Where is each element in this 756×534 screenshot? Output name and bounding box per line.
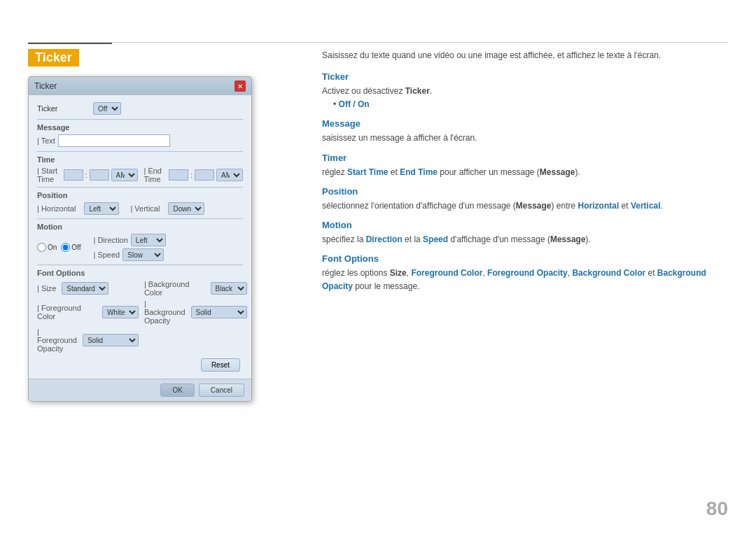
right-panel: Saisissez du texte quand une vidéo ou un…	[322, 49, 728, 294]
motion-on-label: On	[48, 244, 57, 251]
bgopacity-row: | Background Opacity SolidTransparent	[144, 300, 247, 325]
start-min-input[interactable]: 00	[90, 169, 109, 181]
font-options-section-label: Font Options	[37, 269, 243, 277]
bgcolor-label: | Background Color	[144, 280, 205, 297]
time-row: | Start Time 12 : 00 AMPM | End Time 12 …	[37, 167, 243, 183]
intro-text: Saisissez du texte quand une vidéo ou un…	[322, 49, 728, 62]
section-heading-font-options: Font Options	[322, 253, 728, 264]
start-ampm-select[interactable]: AMPM	[111, 169, 138, 181]
ticker-bullet: • Off / On	[333, 98, 728, 111]
motion-off-radio[interactable]: Off	[61, 243, 80, 252]
speed-row: | Speed SlowNormalFast	[94, 248, 166, 261]
vertical-label: | Vertical	[130, 204, 160, 213]
fgcolor-select[interactable]: WhiteBlack	[102, 306, 139, 318]
message-row: | Text	[37, 134, 243, 147]
section-heading-message: Message	[322, 118, 728, 129]
page-number: 80	[706, 498, 728, 520]
horizontal-label: | Horizontal	[37, 204, 76, 213]
section-heading-motion: Motion	[322, 220, 728, 230]
fgcolor-label: | Foreground Color	[37, 304, 97, 321]
font-options-grid: | Size StandardSmallLarge | Background C…	[37, 280, 243, 353]
direction-label: | Direction	[94, 236, 128, 244]
time-section-label: Time	[37, 155, 243, 164]
divider-2	[37, 151, 243, 152]
size-label: | Size	[37, 284, 56, 293]
direction-row: | Direction LeftRight	[94, 234, 166, 246]
section-heading-position: Position	[322, 186, 728, 197]
section-body-ticker: Activez ou désactivez Ticker. • Off / On	[322, 85, 728, 111]
end-time-label: | End Time	[144, 167, 164, 183]
bgopacity-select[interactable]: SolidTransparent	[191, 306, 247, 318]
start-time-label: | Start Time	[37, 167, 59, 183]
motion-section-label: Motion	[37, 223, 243, 231]
reset-row: Reset	[37, 356, 243, 372]
message-sublabel: | Text	[37, 136, 55, 145]
top-rule	[28, 42, 728, 43]
size-select[interactable]: StandardSmallLarge	[62, 282, 108, 295]
horizontal-select[interactable]: LeftRight	[84, 202, 119, 215]
section-body-font-options: réglez les options Size, Foreground Colo…	[322, 267, 728, 293]
fgopacity-label: | Foreground Opacity	[37, 328, 77, 353]
fgopacity-row: | Foreground Opacity SolidTransparent	[37, 328, 139, 353]
position-section-label: Position	[37, 191, 243, 199]
position-row: | Horizontal LeftRight | Vertical DownUp	[37, 202, 243, 215]
speed-select[interactable]: SlowNormalFast	[122, 248, 164, 261]
motion-on-radio[interactable]: On	[37, 243, 57, 252]
section-body-timer: réglez Start Time et End Time pour affic…	[322, 166, 728, 179]
end-min-input[interactable]: 03	[195, 169, 214, 181]
motion-row: On Off | Direction LeftRight	[37, 234, 243, 261]
end-ampm-select[interactable]: AMPM	[216, 169, 243, 181]
section-heading-timer: Timer	[322, 153, 728, 163]
divider-5	[37, 265, 243, 265]
divider-4	[37, 218, 243, 219]
divider-3	[37, 187, 243, 188]
bgcolor-select[interactable]: BlackWhite	[211, 282, 247, 295]
start-hour-input[interactable]: 12	[64, 169, 83, 181]
ticker-label: Ticker	[37, 104, 93, 113]
bgcolor-row: | Background Color BlackWhite	[144, 280, 247, 297]
fgopacity-select[interactable]: SolidTransparent	[83, 334, 139, 346]
end-hour-input[interactable]: 12	[169, 169, 188, 181]
dialog-titlebar: Ticker ✕	[29, 77, 251, 95]
divider-1	[37, 119, 243, 120]
ticker-dialog: Ticker ✕ Ticker Off On Message | Text Ti…	[28, 76, 252, 402]
dialog-body: Ticker Off On Message | Text Time | Star…	[29, 95, 251, 379]
dialog-close-button[interactable]: ✕	[234, 80, 246, 92]
cancel-button[interactable]: Cancel	[199, 384, 244, 397]
section-body-position: sélectionnez l'orientation d'affichage d…	[322, 199, 728, 213]
ticker-select[interactable]: Off On	[93, 102, 121, 115]
dialog-footer: OK Cancel	[29, 379, 251, 401]
vertical-select[interactable]: DownUp	[168, 202, 204, 215]
section-body-motion: spécifiez la Direction et la Speed d'aff…	[322, 233, 728, 246]
section-heading-ticker: Ticker	[322, 71, 728, 82]
message-section-label: Message	[37, 123, 243, 132]
bgopacity-label: | Background Opacity	[144, 300, 186, 325]
reset-button[interactable]: Reset	[201, 358, 240, 372]
fgcolor-row: | Foreground Color WhiteBlack	[37, 300, 139, 325]
page-title: Ticker	[28, 49, 79, 66]
section-body-message: saisissez un message à afficher à l'écra…	[322, 132, 728, 145]
speed-label: | Speed	[94, 251, 120, 259]
left-panel: Ticker Ticker ✕ Ticker Off On Message | …	[28, 49, 301, 402]
dialog-title: Ticker	[34, 81, 57, 91]
ticker-row: Ticker Off On	[37, 102, 243, 115]
ok-button[interactable]: OK	[160, 384, 194, 397]
message-input[interactable]	[58, 134, 170, 147]
motion-off-label: Off	[71, 244, 80, 251]
size-row: | Size StandardSmallLarge	[37, 280, 139, 297]
motion-radio-group: On Off	[37, 243, 81, 252]
direction-select[interactable]: LeftRight	[131, 234, 166, 246]
